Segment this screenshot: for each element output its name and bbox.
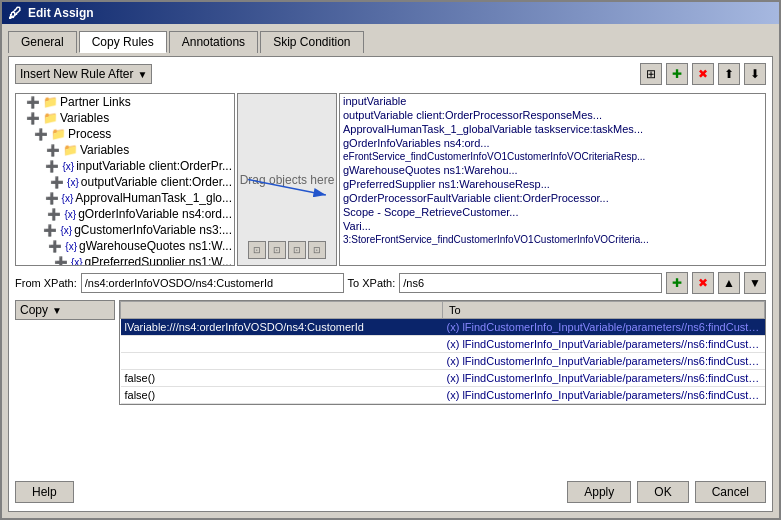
mid-btn-3[interactable]: ⊡ — [288, 241, 306, 259]
tree-item-process[interactable]: ➕ 📁 Process — [16, 126, 234, 142]
to-cell-false2: (x) lFindCustomerInfo_InputVariable/para… — [443, 387, 765, 404]
folder-icon2: 📁 — [43, 111, 58, 125]
right-item-1[interactable]: inputVariable — [340, 94, 765, 108]
move-down-btn[interactable]: ⬇ — [744, 63, 766, 85]
tab-content: Insert New Rule After ▼ ⊞ ✚ ✖ ⬆ ⬇ — [8, 56, 773, 512]
mid-btn-2[interactable]: ⊡ — [268, 241, 286, 259]
plus-icon: ✚ — [672, 276, 682, 290]
right-item-7[interactable]: gPreferredSupplier ns1:WarehouseResp... — [340, 177, 765, 191]
grid-icon-btn[interactable]: ⊞ — [640, 63, 662, 85]
drag-drop-area: Drag objects here ⊡ — [237, 93, 337, 266]
from-cell — [121, 336, 443, 353]
to-cell: (x) lFindCustomerInfo_InputVariable/para… — [443, 353, 765, 370]
from-cell — [121, 353, 443, 370]
cancel-button[interactable]: Cancel — [695, 481, 766, 503]
tree-label8: gOrderInfoVariable ns4:ord... — [78, 207, 232, 221]
apply-button[interactable]: Apply — [567, 481, 631, 503]
xpath-add-btn[interactable]: ✚ — [666, 272, 688, 294]
help-button[interactable]: Help — [15, 481, 74, 503]
tree-item-gpreferred[interactable]: ➕ {x} gPreferredSupplier ns1:W... — [16, 254, 234, 266]
title-icon: 🖊 — [8, 5, 22, 21]
right-item-4[interactable]: gOrderInfoVariables ns4:ord... — [340, 136, 765, 150]
right-item-3[interactable]: ApprovalHumanTask_1_globalVariable tasks… — [340, 122, 765, 136]
mid-pane-buttons: ⊡ ⊡ ⊡ ⊡ — [248, 241, 326, 259]
table-row[interactable]: lVariable:///ns4:orderInfoVOSDO/ns4:Cust… — [121, 319, 765, 336]
tab-annotations[interactable]: Annotations — [169, 31, 258, 53]
ok-button[interactable]: OK — [637, 481, 688, 503]
tab-general[interactable]: General — [8, 31, 77, 53]
up-icon: ▲ — [723, 276, 735, 290]
tree-item-inputvar[interactable]: ➕ {x} inputVariable client:OrderPr... — [16, 158, 234, 174]
tree-item-gordervar[interactable]: ➕ {x} gOrderInfoVariable ns4:ord... — [16, 206, 234, 222]
grid-icon: ⊞ — [646, 67, 656, 81]
tree-label7: ApprovalHumanTask_1_glo... — [75, 191, 232, 205]
copy-dropdown-btn[interactable]: Copy ▼ — [15, 300, 115, 320]
tree-item-partner-links[interactable]: ➕ 📁 Partner Links — [16, 94, 234, 110]
add-green-btn[interactable]: ✚ — [666, 63, 688, 85]
right-item-10[interactable]: Vari... — [340, 219, 765, 233]
table-row[interactable]: false() (x) lFindCustomerInfo_InputVaria… — [121, 370, 765, 387]
copy-section: Copy ▼ 📋 Copy 📋 CopyList — [15, 300, 766, 473]
three-pane: ➕ 📁 Partner Links ➕ 📁 Variables ➕ 📁 — [15, 93, 766, 266]
insert-rule-label: Insert New Rule After — [20, 67, 133, 81]
tree-item-outputvar[interactable]: ➕ {x} outputVariable client:Order... — [16, 174, 234, 190]
right-item-9[interactable]: Scope - Scope_RetrieveCustomer... — [340, 205, 765, 219]
right-item-2[interactable]: outputVariable client:OrderProcessorResp… — [340, 108, 765, 122]
table-row[interactable]: false() (x) lFindCustomerInfo_InputVaria… — [121, 387, 765, 404]
right-item-11[interactable]: 3:StoreFrontService_findCustomerInfoVO1C… — [340, 233, 765, 246]
tab-copy-rules[interactable]: Copy Rules — [79, 31, 167, 53]
tree-label5: inputVariable client:OrderPr... — [76, 159, 232, 173]
dropdown-arrow-icon: ▼ — [137, 69, 147, 80]
to-cell: (x) lFindCustomerInfo_InputVariable/para… — [443, 336, 765, 353]
expand-icon4: ➕ — [46, 144, 60, 157]
footer: Help Apply OK Cancel — [15, 477, 766, 505]
expand-icon2: ➕ — [26, 112, 40, 125]
right-item-6[interactable]: gWarehouseQuotes ns1:Warehou... — [340, 163, 765, 177]
insert-rule-dropdown[interactable]: Insert New Rule After ▼ — [15, 64, 152, 84]
expand-icon8: ➕ — [47, 208, 61, 221]
table-row[interactable]: (x) lFindCustomerInfo_InputVariable/para… — [121, 336, 765, 353]
tab-skip-condition[interactable]: Skip Condition — [260, 31, 363, 53]
expand-icon10: ➕ — [48, 240, 62, 253]
tree-label10: gWarehouseQuotes ns1:W... — [79, 239, 232, 253]
expand-icon5: ➕ — [45, 160, 59, 173]
move-up-btn[interactable]: ⬆ — [718, 63, 740, 85]
drag-label: Drag objects here — [240, 173, 335, 187]
right-variable-tree[interactable]: inputVariable outputVariable client:Orde… — [339, 93, 766, 266]
add-green-icon: ✚ — [672, 67, 682, 81]
col-to: To — [443, 302, 765, 319]
xpath-delete-btn[interactable]: ✖ — [692, 272, 714, 294]
copy-rules-table: To lVariable:///ns4:orderInfoVOSDO/ns4:C… — [119, 300, 766, 405]
mid-btn-1[interactable]: ⊡ — [248, 241, 266, 259]
table-row[interactable]: (x) lFindCustomerInfo_InputVariable/para… — [121, 353, 765, 370]
tree-item-variables[interactable]: ➕ 📁 Variables — [16, 110, 234, 126]
left-variable-tree[interactable]: ➕ 📁 Partner Links ➕ 📁 Variables ➕ 📁 — [15, 93, 235, 266]
right-item-8[interactable]: gOrderProcessorFaultVariable client:Orde… — [340, 191, 765, 205]
tree-item-variables-child[interactable]: ➕ 📁 Variables — [16, 142, 234, 158]
from-xpath-input[interactable] — [81, 273, 344, 293]
var-icon6: {x} — [67, 177, 79, 188]
mid-btn-4[interactable]: ⊡ — [308, 241, 326, 259]
delete-red-btn[interactable]: ✖ — [692, 63, 714, 85]
right-item-5[interactable]: eFrontService_findCustomerInfoVO1Custome… — [340, 150, 765, 163]
expand-icon3: ➕ — [34, 128, 48, 141]
from-cell-false1: false() — [121, 370, 443, 387]
tree-label11: gPreferredSupplier ns1:W... — [85, 255, 232, 266]
var-icon5: {x} — [62, 161, 74, 172]
rules-table: To lVariable:///ns4:orderInfoVOSDO/ns4:C… — [120, 301, 765, 404]
tree-label9: gCustomerInfoVariable ns3:... — [74, 223, 232, 237]
tree-label: Partner Links — [60, 95, 131, 109]
tree-item-approvalvar[interactable]: ➕ {x} ApprovalHumanTask_1_glo... — [16, 190, 234, 206]
from-cell: lVariable:///ns4:orderInfoVOSDO/ns4:Cust… — [121, 319, 443, 336]
mid-icon-4: ⊡ — [313, 245, 321, 255]
xpath-row: From XPath: To XPath: ✚ ✖ ▲ ▼ — [15, 270, 766, 296]
from-cell-false2: false() — [121, 387, 443, 404]
to-xpath-input[interactable] — [399, 273, 662, 293]
xpath-down-btn[interactable]: ▼ — [744, 272, 766, 294]
mid-icon-3: ⊡ — [293, 245, 301, 255]
mid-icon-1: ⊡ — [253, 245, 261, 255]
move-up-icon: ⬆ — [724, 67, 734, 81]
tree-item-gcustomer[interactable]: ➕ {x} gCustomerInfoVariable ns3:... — [16, 222, 234, 238]
xpath-up-btn[interactable]: ▲ — [718, 272, 740, 294]
tree-item-gwarehouse[interactable]: ➕ {x} gWarehouseQuotes ns1:W... — [16, 238, 234, 254]
